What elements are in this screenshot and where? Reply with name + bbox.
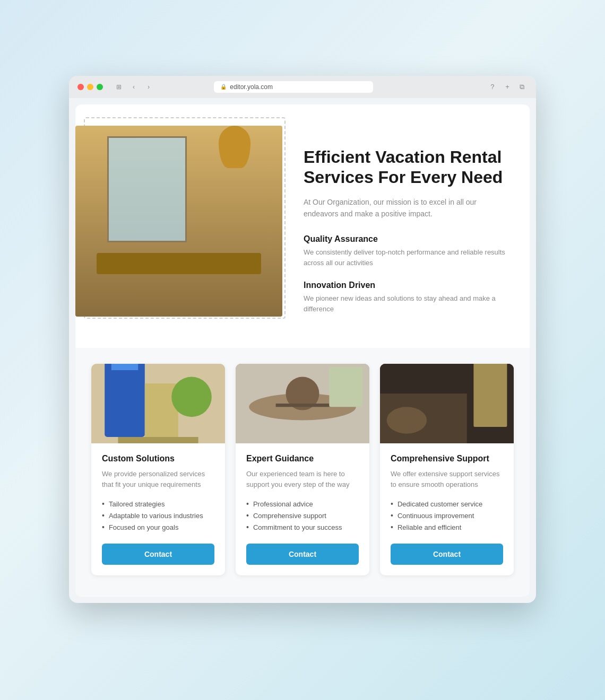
card-list-1: Tailored strategies Adaptable to various… [102,498,214,533]
card-image-1 [91,364,225,443]
feature-innovation-title: Innovation Driven [304,281,508,290]
card-list-3: Dedicated customer service Continuous im… [391,498,503,533]
contact-button-1[interactable]: Contact [102,544,214,565]
address-bar[interactable]: 🔒 editor.yola.com [214,81,373,93]
window-element [107,136,187,242]
card-desc-3: We offer extensive support services to e… [391,469,503,489]
browser-controls: ⊞ ‹ › [114,82,154,92]
card-comprehensive-support: Comprehensive Support We offer extensive… [380,364,514,575]
list-item: Commitment to your success [246,521,359,533]
browser-content: Efficient Vacation Rental Services For E… [75,104,530,597]
card-list-2: Professional advice Comprehensive suppor… [246,498,359,533]
list-item: Adaptable to various industries [102,510,214,521]
card-desc-2: Our experienced team is here to support … [246,469,359,489]
list-item: Reliable and efficient [391,521,503,533]
feature-quality-title: Quality Assurance [304,234,508,244]
new-tab-icon[interactable]: + [502,82,513,92]
card-expert-guidance: Expert Guidance Our experienced team is … [236,364,369,575]
card-body-2: Expert Guidance Our experienced team is … [236,443,369,575]
help-icon[interactable]: ? [487,82,498,92]
cards-section: Custom Solutions We provide personalized… [75,348,530,597]
traffic-lights [77,84,103,90]
list-item: Focused on your goals [102,521,214,533]
hero-section: Efficient Vacation Rental Services For E… [75,104,530,348]
close-dot[interactable] [77,84,84,90]
lamp-element [219,126,250,168]
minimize-dot[interactable] [87,84,93,90]
list-item: Professional advice [246,498,359,510]
feature-quality-desc: We consistently deliver top-notch perfor… [304,247,508,268]
url-text: editor.yola.com [230,83,273,91]
contact-button-2[interactable]: Contact [246,544,359,565]
card-custom-solutions: Custom Solutions We provide personalized… [91,364,225,575]
lock-icon: 🔒 [220,84,227,90]
card-title-3: Comprehensive Support [391,454,503,463]
hero-subtitle: At Our Organization, our mission is to e… [304,196,508,220]
hero-image [75,126,282,317]
extensions-icon[interactable]: ⧉ [517,82,528,92]
card-image-3 [380,364,514,443]
sidebar-toggle-icon[interactable]: ⊞ [114,82,124,92]
table-element [97,253,261,274]
card-desc-1: We provide personalized services that fi… [102,469,214,489]
list-item: Dedicated customer service [391,498,503,510]
hero-content: Efficient Vacation Rental Services For E… [304,126,508,327]
list-item: Continuous improvement [391,510,503,521]
card-image-2 [236,364,369,443]
maximize-dot[interactable] [97,84,103,90]
card-body-3: Comprehensive Support We offer extensive… [380,443,514,575]
contact-button-3[interactable]: Contact [391,544,503,565]
hero-title: Efficient Vacation Rental Services For E… [304,147,508,188]
hero-image-container [75,126,282,317]
forward-icon[interactable]: › [143,82,154,92]
browser-bar: ⊞ ‹ › 🔒 editor.yola.com ? + ⧉ [69,76,536,98]
back-icon[interactable]: ‹ [128,82,139,92]
card-body-1: Custom Solutions We provide personalized… [91,443,225,575]
browser-actions: ? + ⧉ [487,82,528,92]
feature-innovation-desc: We pioneer new ideas and solutions to st… [304,293,508,314]
card-title-2: Expert Guidance [246,454,359,463]
feature-quality: Quality Assurance We consistently delive… [304,234,508,268]
browser-window: ⊞ ‹ › 🔒 editor.yola.com ? + ⧉ [69,76,536,603]
card-title-1: Custom Solutions [102,454,214,463]
list-item: Comprehensive support [246,510,359,521]
feature-innovation: Innovation Driven We pioneer new ideas a… [304,281,508,314]
list-item: Tailored strategies [102,498,214,510]
